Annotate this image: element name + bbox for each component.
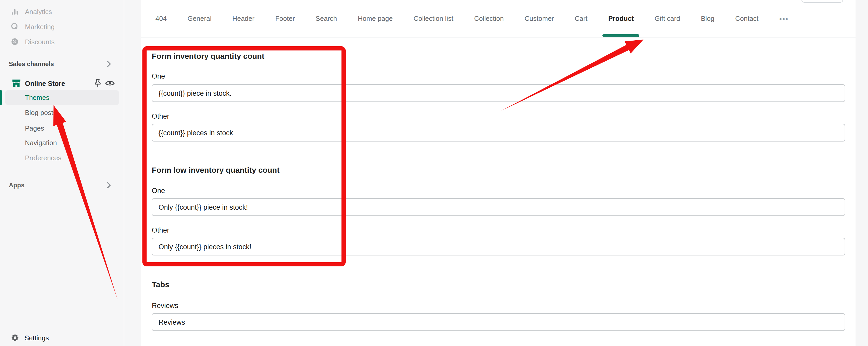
sidebar-item-label: Blog posts <box>25 109 56 116</box>
tab-search[interactable]: Search <box>315 0 337 37</box>
tab-collection[interactable]: Collection <box>474 0 504 37</box>
field-label: Other <box>152 226 169 234</box>
tab-collection-list[interactable]: Collection list <box>413 0 453 37</box>
marketing-icon <box>10 22 19 31</box>
field-label: One <box>152 187 165 195</box>
tabs-more-button[interactable]: ••• <box>779 0 788 37</box>
tab-footer[interactable]: Footer <box>275 0 295 37</box>
tab-header[interactable]: Header <box>232 0 254 37</box>
app-root: Analytics Marketing Discounts Sales chan… <box>0 0 868 346</box>
sidebar-item-preferences[interactable]: Preferences <box>0 150 123 165</box>
active-item-indicator <box>0 90 2 105</box>
discounts-icon <box>10 37 19 46</box>
sidebar-item-label: Discounts <box>25 38 55 46</box>
sidebar-item-navigation[interactable]: Navigation <box>0 135 123 150</box>
tab-customer[interactable]: Customer <box>525 0 554 37</box>
pin-icon[interactable] <box>94 79 101 88</box>
tab-home-page[interactable]: Home page <box>358 0 393 37</box>
sidebar-item-analytics[interactable]: Analytics <box>0 4 123 19</box>
sidebar-item-label: Marketing <box>25 23 55 30</box>
field-label: Reviews <box>152 302 178 310</box>
tab-list: 404 General Header Footer Search Home pa… <box>155 0 788 37</box>
text-input-inventory-one[interactable] <box>152 84 845 102</box>
sidebar-item-themes[interactable]: Themes <box>5 90 119 105</box>
tab-product[interactable]: Product <box>608 0 633 37</box>
sidebar-section-apps[interactable]: Apps <box>0 178 123 193</box>
field-label: One <box>152 72 165 80</box>
sidebar-item-blog-posts[interactable]: Blog posts <box>0 105 123 120</box>
section-heading: Form low inventory quantity count <box>152 166 280 174</box>
text-input-tabs-reviews[interactable] <box>152 313 845 331</box>
sidebar-item-label: Navigation <box>25 139 57 146</box>
sidebar-item-label: Preferences <box>25 154 61 162</box>
tab-blog[interactable]: Blog <box>701 0 714 37</box>
chevron-right-icon <box>106 61 111 67</box>
section-heading: Tabs <box>152 280 169 289</box>
field-label: Other <box>152 112 169 120</box>
section-header-label: Sales channels <box>9 60 54 68</box>
sidebar-item-label: Themes <box>25 94 50 102</box>
translation-form: Form inventory quantity count One Other … <box>152 37 845 346</box>
section-header-label: Apps <box>9 181 24 189</box>
text-input-inventory-other[interactable] <box>152 124 845 142</box>
tab-contact[interactable]: Contact <box>735 0 758 37</box>
sidebar-item-settings[interactable]: Settings <box>0 330 123 345</box>
tab-general[interactable]: General <box>187 0 212 37</box>
language-tab-bar: 404 General Header Footer Search Home pa… <box>142 0 856 37</box>
tab-cart[interactable]: Cart <box>575 0 587 37</box>
sidebar-item-label: Settings <box>24 334 49 342</box>
analytics-icon <box>10 7 19 16</box>
section-heading: Form inventory quantity count <box>152 52 264 60</box>
main-panel: 404 General Header Footer Search Home pa… <box>142 0 856 346</box>
text-input-low-inventory-one[interactable] <box>152 198 845 216</box>
online-store-icon <box>11 78 22 89</box>
eye-icon[interactable] <box>105 79 115 87</box>
chevron-right-icon <box>106 182 111 189</box>
tab-gift-card[interactable]: Gift card <box>655 0 680 37</box>
tab-404[interactable]: 404 <box>155 0 166 37</box>
sidebar-item-online-store[interactable]: Online Store <box>0 76 123 90</box>
sidebar-item-discounts[interactable]: Discounts <box>0 34 123 49</box>
gear-icon <box>11 334 19 342</box>
text-input-low-inventory-other[interactable] <box>152 238 845 256</box>
sidebar-section-sales-channels[interactable]: Sales channels <box>0 57 123 71</box>
sidebar-item-pages[interactable]: Pages <box>0 121 123 135</box>
sidebar: Analytics Marketing Discounts Sales chan… <box>0 0 124 346</box>
sidebar-item-label: Analytics <box>25 7 52 16</box>
sidebar-item-label: Online Store <box>25 79 65 87</box>
sidebar-item-label: Pages <box>25 124 44 132</box>
sidebar-item-marketing[interactable]: Marketing <box>0 19 123 34</box>
